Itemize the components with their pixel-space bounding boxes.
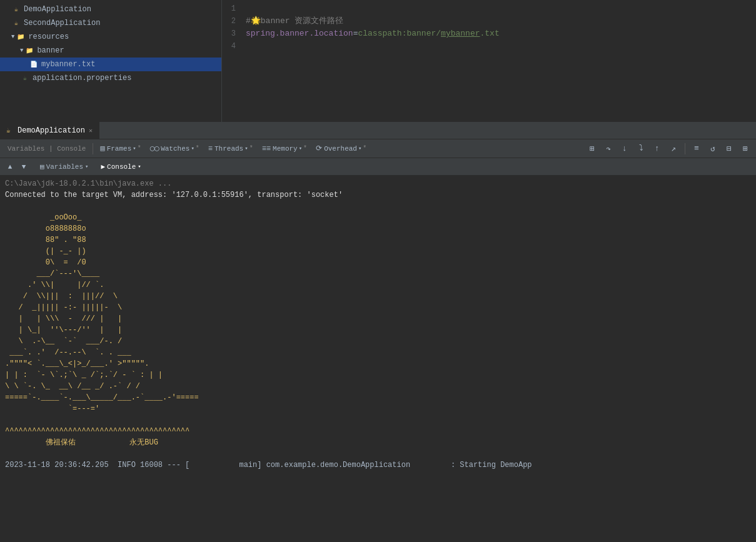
demo-app-label: DemoApplication xyxy=(24,5,91,14)
tree-item-app-props[interactable]: ☕ application.properties xyxy=(0,71,221,85)
tab-label: DemoApplication xyxy=(18,126,85,135)
variables-console-label[interactable]: Variables | Console xyxy=(4,144,89,154)
console-line-art1: _ooOoo_ xyxy=(5,212,751,223)
evaluate-btn[interactable]: ≡ xyxy=(690,142,703,156)
toolbar-sep-2 xyxy=(685,143,685,154)
settings-btn[interactable]: ⊞ xyxy=(738,142,752,156)
variables-label-text: Variables | Console xyxy=(8,145,86,153)
demo-app-icon: ☕ xyxy=(11,4,21,14)
tab-demo-application[interactable]: ☕ DemoApplication ✕ xyxy=(0,122,99,139)
tab-bar: ☕ DemoApplication ✕ xyxy=(0,122,756,139)
watches-shortcut: * xyxy=(196,145,199,152)
banner-folder-icon: 📁 xyxy=(24,46,34,56)
console-line-art16: \ \ `-. \_ __\ /__ _/ .-` / / xyxy=(5,381,751,392)
frames-btn[interactable]: ▤ Frames ▾ * xyxy=(96,143,144,154)
memory-label: Memory xyxy=(273,145,298,153)
console-line-art7: .' \\| |// `. xyxy=(5,279,751,291)
banner-expand-icon: ▼ xyxy=(20,48,23,54)
watches-btn[interactable]: ◯◯ Watches ▾ * xyxy=(146,143,203,154)
console-line-art4: (| -_- |) xyxy=(5,246,751,257)
scroll-down-btn[interactable]: ▼ xyxy=(18,161,30,173)
scroll-up-btn[interactable]: ▲ xyxy=(4,161,16,173)
tree-item-resources[interactable]: ▼ 📁 resources xyxy=(0,30,221,44)
variables-sub-tab-icon: ▤ xyxy=(40,163,44,171)
console-sub-tab-arrow: ▾ xyxy=(138,163,141,170)
top-section: ☕ DemoApplication ☕ SecondApplication ▼ … xyxy=(0,0,756,122)
rerun-btn[interactable]: ↺ xyxy=(706,142,720,156)
tab-app-icon: ☕ xyxy=(6,126,15,135)
second-app-label: SecondApplication xyxy=(24,19,100,28)
toolbar-right-actions: ⊞ ↷ ↓ ⤵ ↑ ↗ ≡ ↺ ⊟ ⊞ xyxy=(585,142,752,156)
console-line-art18: `=---=' xyxy=(5,403,751,414)
console-line-art13: ___`. .' /--.--\ `. . ___ xyxy=(5,347,751,358)
console-line-art3: 88" . "88 xyxy=(5,234,751,246)
frames-label: Frames xyxy=(107,145,132,153)
editor-area: 1 2 3 4 #🌟banner 资源文件路径 spring.banner.lo… xyxy=(222,0,756,122)
step-over-btn[interactable]: ↷ xyxy=(602,142,615,156)
watches-dropdown-icon: ▾ xyxy=(191,145,194,152)
tree-item-demo-app[interactable]: ☕ DemoApplication xyxy=(0,3,221,16)
overhead-label: Overhead xyxy=(324,145,357,153)
overhead-btn[interactable]: ⟳ Overhead ▾ * xyxy=(312,143,370,154)
grid-view-btn[interactable]: ⊟ xyxy=(722,142,736,156)
console-line-art8: / \\||| : |||// \ xyxy=(5,291,751,302)
memory-btn[interactable]: ≡≡ Memory ▾ * xyxy=(258,143,311,154)
console-line-art10: | | \\\ - /// | | xyxy=(5,313,751,324)
memory-shortcut: * xyxy=(303,145,307,152)
tree-item-mybanner[interactable]: 📄 mybanner.txt xyxy=(0,58,221,71)
console-line-art9: / _||||| -:- |||||- \ xyxy=(5,302,751,313)
watches-label: Watches xyxy=(161,145,189,153)
step-out-btn[interactable]: ↑ xyxy=(650,142,664,156)
console-line-art2: o8888888o xyxy=(5,223,751,234)
console-line-art15: | | : `- \`.;`\ _ /`;.`/ - ` : | | xyxy=(5,369,751,381)
app-props-icon: ☕ xyxy=(20,73,30,83)
resources-label: resources xyxy=(28,33,69,41)
frames-shortcut: * xyxy=(138,145,141,152)
resources-folder-icon: 📁 xyxy=(16,32,26,42)
second-app-icon: ☕ xyxy=(11,18,21,28)
threads-btn[interactable]: ≡ Threads ▾ * xyxy=(204,143,257,154)
sub-toolbar: ▲ ▼ ▤ Variables ▾ ▶ Console ▾ xyxy=(0,158,756,176)
console-line-connected: Connected to the target VM, address: '12… xyxy=(5,189,751,201)
console-line-caret: ^^^^^^^^^^^^^^^^^^^^^^^^^^^^^^^^^^^^^^^^… xyxy=(5,426,751,437)
console-sub-tab[interactable]: ▶ Console ▾ xyxy=(96,161,146,172)
tree-item-second-app[interactable]: ☕ SecondApplication xyxy=(0,16,221,30)
left-panel-controls: ▲ ▼ xyxy=(4,161,30,173)
force-step-into-btn[interactable]: ⤵ xyxy=(634,142,648,156)
threads-icon: ≡ xyxy=(208,144,213,153)
console-sub-tab-label: Console xyxy=(107,163,136,171)
run-to-cursor-btn[interactable]: ↗ xyxy=(667,142,680,156)
memory-dropdown-icon: ▾ xyxy=(299,145,302,152)
variables-sub-tab[interactable]: ▤ Variables ▾ xyxy=(35,161,93,172)
overhead-icon: ⟳ xyxy=(316,144,322,153)
console-line-art12: \ .-\__ `-` ___/-. / xyxy=(5,336,751,347)
variables-sub-tab-arrow: ▾ xyxy=(85,163,88,170)
console-line-art5: 0\ = /0 xyxy=(5,257,751,268)
console-line-art6: ___/`---'\____ xyxy=(5,268,751,279)
mybanner-icon: 📄 xyxy=(29,59,39,69)
banner-folder-label: banner xyxy=(37,46,64,55)
console-output[interactable]: C:\Java\jdk-18.0.2.1\bin\java.exe ... Co… xyxy=(0,176,756,542)
variables-sub-tab-label: Variables xyxy=(46,163,83,171)
watches-icon: ◯◯ xyxy=(150,144,159,153)
console-line-art14: .""""< `.___\_<|>_/___.' >""""". xyxy=(5,358,751,369)
debugger-toolbar: Variables | Console ▤ Frames ▾ * ◯◯ Watc… xyxy=(0,139,756,158)
frames-dropdown-icon: ▾ xyxy=(133,145,136,152)
file-tree: ☕ DemoApplication ☕ SecondApplication ▼ … xyxy=(0,0,222,122)
frames-icon: ▤ xyxy=(100,144,104,153)
step-into-btn[interactable]: ↓ xyxy=(618,142,632,156)
console-line-blank3 xyxy=(5,448,751,459)
line-numbers: 1 2 3 4 xyxy=(222,0,241,122)
console-line-art17: =====`-.____`-.___\_____/___.-`____.-'==… xyxy=(5,392,751,403)
tree-item-banner-folder[interactable]: ▼ 📁 banner xyxy=(0,44,221,58)
console-line-blank2 xyxy=(5,414,751,426)
show-execution-btn[interactable]: ⊞ xyxy=(585,142,599,156)
tab-close-icon[interactable]: ✕ xyxy=(89,127,93,134)
console-line-blank1 xyxy=(5,201,751,212)
code-content[interactable]: #🌟banner 资源文件路径 spring.banner.location=c… xyxy=(241,0,756,122)
resources-expand-icon: ▼ xyxy=(11,34,14,40)
console-sub-tab-icon: ▶ xyxy=(101,163,105,171)
toolbar-sep-1 xyxy=(93,143,93,154)
overhead-shortcut: * xyxy=(363,145,366,152)
console-line-art11: | \_| ''\---/'' | | xyxy=(5,324,751,336)
